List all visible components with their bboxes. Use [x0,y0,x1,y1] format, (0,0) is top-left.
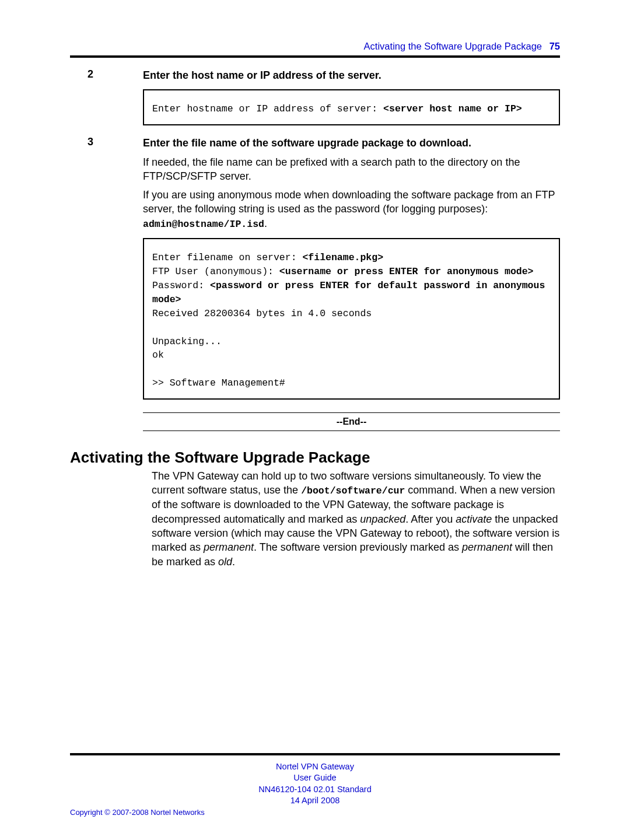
text: . The software version previously marked… [254,541,462,553]
code-text: Unpacking... [152,336,222,347]
running-header: Activating the Software Upgrade Package … [70,41,560,55]
footer-line: NN46120-104 02.01 Standard [70,784,560,796]
step-body: Enter the host name or IP address of the… [143,68,560,134]
code-text: Password: [152,280,210,291]
header-title: Activating the Software Upgrade Package [364,41,542,51]
code-text: Enter filename on server: [152,252,302,263]
footer-line: Nortel VPN Gateway [70,761,560,773]
code-text: ok [152,349,164,360]
step-3: 3 Enter the file name of the software up… [70,136,560,431]
code-bold: <username or press ENTER for anonymous m… [279,266,534,277]
paragraph: If needed, the file name can be prefixed… [143,155,560,184]
code-box: Enter hostname or IP address of server: … [143,89,560,125]
end-marker: --End-- [143,412,560,431]
footer-line: 14 April 2008 [70,795,560,807]
italic-text: activate [456,513,492,525]
text: If you are using anonymous mode when dow… [143,189,555,215]
step-number: 2 [70,68,143,134]
header-rule [70,55,560,58]
italic-text: unpacked [360,513,405,525]
copyright-line: Copyright © 2007-2008 Nortel Networks [70,808,560,817]
step-title: Enter the host name or IP address of the… [143,68,560,82]
end-label: --End-- [143,413,560,430]
section-body: The VPN Gateway can hold up to two softw… [70,469,560,569]
content-area: 2 Enter the host name or IP address of t… [70,68,560,753]
text: . After you [405,513,456,525]
code-text: >> Software Management# [152,377,285,388]
step-body: Enter the file name of the software upgr… [143,136,560,431]
code-bold: <password or press ENTER for default pas… [152,280,551,305]
code-box: Enter filename on server: <filename.pkg>… [143,238,560,400]
code-text: Enter hostname or IP address of server: [152,103,383,114]
section-heading: Activating the Software Upgrade Package [70,449,560,467]
rule [143,430,560,431]
code-bold: <filename.pkg> [302,252,383,263]
italic-text: old [218,556,232,568]
italic-text: permanent [204,541,254,553]
code-text: FTP User (anonymous): [152,266,279,277]
text: . [232,556,235,568]
mono-text: /boot/software/cur [301,485,405,496]
step-number: 3 [70,136,143,431]
code-text: Received 28200364 bytes in 4.0 seconds [152,308,372,319]
mono-text: admin@hostname/IP.isd [143,219,264,230]
page-number: 75 [550,41,560,51]
text: . [264,218,267,229]
footer-line: User Guide [70,772,560,784]
italic-text: permanent [462,541,512,553]
code-bold: <server host name or IP> [383,103,522,114]
document-page: Activating the Software Upgrade Package … [0,0,630,840]
step-title: Enter the file name of the software upgr… [143,136,560,150]
paragraph: If you are using anonymous mode when dow… [143,188,560,231]
step-2: 2 Enter the host name or IP address of t… [70,68,560,134]
footer: Nortel VPN Gateway User Guide NN46120-10… [70,755,560,807]
